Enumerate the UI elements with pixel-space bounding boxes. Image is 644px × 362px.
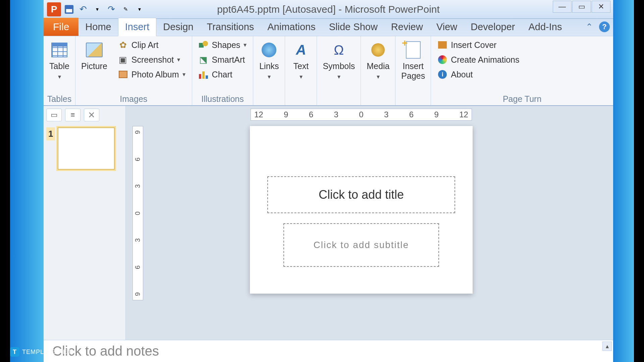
- picture-label: Picture: [81, 61, 107, 71]
- chevron-down-icon: ▾: [377, 73, 380, 80]
- photoalbum-button[interactable]: Photo Album ▾: [114, 68, 189, 81]
- symbols-button[interactable]: Ω Symbols ▾: [320, 38, 358, 83]
- about-button[interactable]: i About: [434, 68, 523, 81]
- create-animations-button[interactable]: Create Animations: [434, 53, 523, 66]
- redo-button[interactable]: ↷: [105, 3, 117, 15]
- chevron-down-icon: ▾: [58, 73, 61, 80]
- group-tables: Table ▾ Tables: [44, 36, 75, 105]
- chevron-down-icon: ▾: [177, 56, 180, 63]
- omega-icon: Ω: [334, 43, 344, 58]
- chevron-down-icon: ▾: [300, 73, 303, 80]
- undo-icon: ↶: [79, 4, 87, 14]
- ruler-tick: 3: [334, 110, 338, 119]
- app-window: P ↶ ▾ ↷ ✎ ▾ ppt6A45.pptm [Autosaved] - M…: [44, 0, 613, 362]
- redo-icon: ↷: [108, 4, 115, 14]
- marker-button[interactable]: ✎: [119, 3, 131, 15]
- text-icon: A: [296, 42, 306, 58]
- panel-close-button[interactable]: ✕: [84, 109, 99, 121]
- qat-customize[interactable]: ▾: [133, 3, 146, 15]
- undo-button[interactable]: ↶: [77, 3, 89, 15]
- cover-icon: [438, 41, 447, 49]
- pages-icon: [406, 41, 421, 59]
- tab-developer[interactable]: Developer: [464, 18, 522, 36]
- scrollbar-up-button[interactable]: ▴: [602, 342, 612, 351]
- close-window-button[interactable]: ✕: [592, 1, 610, 13]
- collapse-ribbon-button[interactable]: ⌃: [586, 22, 593, 32]
- ruler-tick: 3: [134, 184, 142, 188]
- table-icon: [51, 43, 67, 57]
- insert-pages-button[interactable]: Insert Pages: [398, 38, 428, 83]
- help-button[interactable]: ?: [599, 21, 610, 32]
- tab-home[interactable]: Home: [78, 18, 118, 36]
- smartart-label: SmartArt: [212, 55, 245, 65]
- undo-dropdown[interactable]: ▾: [91, 3, 103, 15]
- chevron-down-icon: ▾: [182, 71, 185, 78]
- maximize-button[interactable]: ▭: [572, 1, 591, 13]
- slide-number: 1: [46, 127, 55, 140]
- panel-outline-view[interactable]: ≡: [65, 109, 80, 121]
- tab-view[interactable]: View: [430, 18, 464, 36]
- chevron-down-icon: ▾: [337, 73, 340, 80]
- panel-slides-view[interactable]: ▭: [46, 109, 62, 121]
- tab-addins[interactable]: Add-Ins: [522, 18, 569, 36]
- slide-editing-area: 12 9 6 3 0 3 6 9 12 9 6 3 0: [126, 106, 613, 340]
- about-label: About: [451, 70, 473, 79]
- title-placeholder[interactable]: Click to add title: [267, 176, 455, 213]
- table-button[interactable]: Table ▾: [46, 38, 72, 83]
- insert-pages-label-2: Pages: [401, 71, 425, 81]
- chevron-down-icon: ▾: [268, 73, 271, 80]
- window-controls: — ▭ ✕: [553, 1, 610, 13]
- vertical-ruler: 9 6 3 0 3 6 9: [132, 126, 143, 300]
- ruler-tick: 6: [134, 157, 142, 161]
- window-border-left: [10, 0, 44, 362]
- smartart-button[interactable]: ⬔ SmartArt: [195, 53, 251, 66]
- slide-thumbnail[interactable]: [58, 127, 115, 170]
- group-images: Picture ✿ Clip Art ▣ Screenshot ▾: [75, 36, 192, 105]
- save-button[interactable]: [63, 3, 75, 15]
- ruler-tick: 9: [284, 110, 288, 119]
- media-button[interactable]: Media ▾: [364, 38, 392, 83]
- group-insert-pages: Insert Pages: [395, 36, 431, 105]
- screenshot-label: Screenshot: [131, 55, 174, 65]
- slide-thumbnail-row[interactable]: 1: [46, 127, 123, 170]
- ruler-tick: 0: [359, 110, 363, 119]
- shapes-button[interactable]: Shapes ▾: [195, 38, 251, 52]
- tab-animations[interactable]: Animations: [261, 18, 322, 36]
- clipart-icon: ✿: [118, 40, 128, 50]
- tab-design[interactable]: Design: [156, 18, 200, 36]
- picture-button[interactable]: Picture: [78, 38, 110, 73]
- picture-icon: [86, 43, 103, 57]
- minimize-button[interactable]: —: [553, 1, 572, 13]
- chart-button[interactable]: Chart: [195, 68, 251, 81]
- clipart-button[interactable]: ✿ Clip Art: [114, 38, 189, 52]
- animation-icon: [438, 55, 447, 64]
- tab-file[interactable]: File: [44, 18, 78, 36]
- tab-slideshow[interactable]: Slide Show: [322, 18, 384, 36]
- chart-icon: [199, 70, 208, 79]
- group-title-pageturn: Page Turn: [434, 93, 610, 105]
- slide-canvas[interactable]: Click to add title Click to add subtitle: [250, 126, 473, 294]
- notes-pane[interactable]: Click to add notes ▴: [44, 340, 613, 362]
- insert-cover-button[interactable]: Insert Cover: [434, 38, 523, 52]
- links-button[interactable]: Links ▾: [256, 38, 282, 83]
- ruler-tick: 12: [254, 110, 263, 119]
- save-icon: [65, 5, 73, 14]
- subtitle-placeholder[interactable]: Click to add subtitle: [283, 223, 439, 267]
- create-animations-label: Create Animations: [451, 55, 519, 65]
- insert-pages-label-1: Insert: [403, 61, 424, 71]
- watermark: T TEMPLATE.NET: [10, 347, 71, 357]
- group-media: Media ▾: [361, 36, 395, 105]
- photo-album-icon: [119, 71, 127, 78]
- screenshot-button[interactable]: ▣ Screenshot ▾: [114, 53, 189, 66]
- powerpoint-logo-icon: P: [47, 2, 61, 16]
- tab-transitions[interactable]: Transitions: [200, 18, 261, 36]
- tab-insert[interactable]: Insert: [118, 18, 157, 36]
- insert-cover-label: Insert Cover: [451, 40, 496, 50]
- shapes-label: Shapes: [212, 40, 240, 50]
- horizontal-ruler: 12 9 6 3 0 3 6 9 12: [251, 109, 472, 121]
- text-button[interactable]: A Text ▾: [288, 38, 314, 83]
- svg-point-1: [203, 41, 208, 46]
- group-title-illustrations: Illustrations: [195, 93, 251, 105]
- tab-review[interactable]: Review: [384, 18, 430, 36]
- workspace: ▭ ≡ ✕ 1 12 9 6 3 0: [44, 106, 613, 362]
